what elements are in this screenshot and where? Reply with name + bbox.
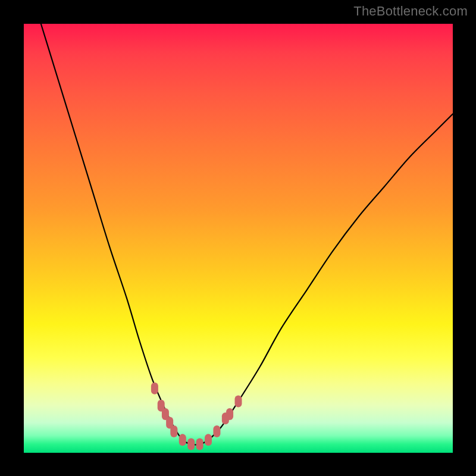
- marker-dot: [226, 408, 233, 420]
- marker-group: [151, 383, 242, 450]
- marker-dot: [187, 439, 195, 450]
- plot-area: [24, 24, 453, 453]
- chart-frame: TheBottleneck.com: [0, 0, 476, 476]
- marker-dot: [235, 395, 242, 407]
- marker-dot: [205, 434, 212, 446]
- marker-dot: [179, 434, 186, 446]
- marker-dot: [170, 425, 177, 437]
- curve-layer: [24, 24, 453, 453]
- watermark-text: TheBottleneck.com: [353, 4, 468, 19]
- marker-dot: [196, 439, 203, 450]
- marker-dot: [213, 425, 220, 437]
- bottleneck-curve: [24, 0, 453, 444]
- marker-dot: [151, 383, 158, 394]
